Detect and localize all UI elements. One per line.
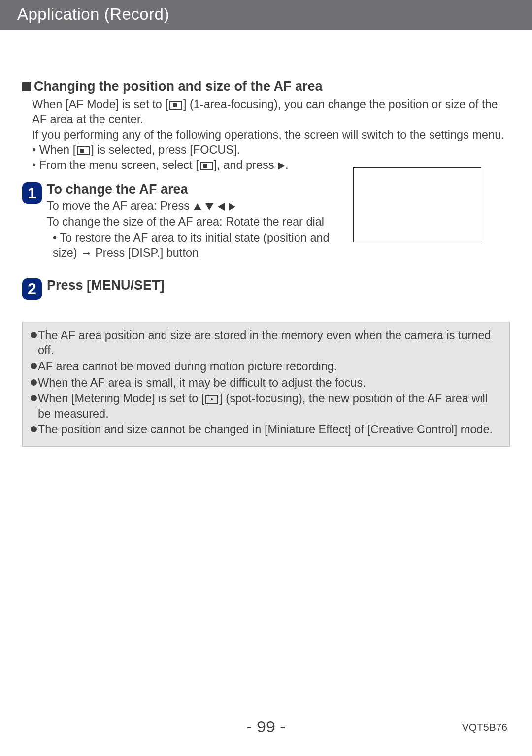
right-arrow-icon: [278, 162, 285, 170]
intro-bullet-1: When [] is selected, press [FOCUS].: [32, 142, 510, 158]
note-4-text: When [Metering Mode] is set to [] (spot-…: [38, 391, 501, 421]
step-2-heading: Press [MENU/SET]: [47, 277, 510, 293]
note-1: The AF area position and size are stored…: [31, 328, 501, 358]
header-title: Application (Record): [17, 5, 169, 23]
bullet-icon: [31, 332, 37, 338]
intro-paragraph-1: When [AF Mode] is set to [] (1-area-focu…: [32, 97, 510, 127]
step-1-line-2: To change the size of the AF area: Rotat…: [47, 214, 347, 230]
note-3: When the AF area is small, it may be dif…: [31, 375, 501, 391]
intro-paragraph-2: If you performing any of the following o…: [32, 128, 510, 142]
section-heading: Changing the position and size of the AF…: [22, 79, 510, 94]
step-1-body: To change the AF area To move the AF are…: [47, 181, 347, 261]
intro-b2c: .: [285, 159, 289, 171]
intro-1a: When [AF Mode] is set to [: [32, 98, 168, 111]
one-area-focus-icon: [77, 146, 90, 155]
note-3-text: When the AF area is small, it may be dif…: [38, 375, 366, 391]
section-heading-text: Changing the position and size of the AF…: [34, 79, 323, 94]
bullet-icon: [31, 379, 37, 386]
spot-focus-icon: [205, 395, 218, 404]
up-arrow-icon: [194, 203, 201, 210]
bullet-icon: [31, 363, 37, 369]
note-2-text: AF area cannot be moved during motion pi…: [38, 359, 337, 374]
one-area-focus-icon: [169, 101, 182, 110]
step-1-line-1: To move the AF area: Press: [47, 198, 347, 214]
step-badge-2: 2: [22, 278, 42, 300]
note-5-text: The position and size cannot be changed …: [38, 422, 493, 437]
intro-b2b: ], and press: [214, 159, 277, 171]
step-badge-1: 1: [22, 182, 42, 204]
right-arrow-icon: [229, 203, 235, 211]
step-2-body: Press [MENU/SET]: [47, 277, 510, 293]
document-id: VQT5B76: [462, 722, 507, 733]
bullet-icon: [31, 426, 37, 432]
step-2: 2 Press [MENU/SET]: [22, 277, 510, 300]
intro-b2a: From the menu screen, select [: [39, 159, 199, 171]
note-2: AF area cannot be moved during motion pi…: [31, 359, 501, 374]
page-number: - 99 -: [0, 717, 532, 736]
step-1-line1-text: To move the AF area: Press: [47, 199, 193, 212]
notes-box: The AF area position and size are stored…: [22, 322, 510, 447]
intro-b1a: When [: [39, 143, 76, 156]
note-5: The position and size cannot be changed …: [31, 422, 501, 437]
note-4a: When [Metering Mode] is set to [: [38, 392, 204, 405]
content-area: Changing the position and size of the AF…: [0, 30, 532, 300]
page: Application (Record) Changing the positi…: [0, 0, 532, 756]
note-1-text: The AF area position and size are stored…: [38, 328, 501, 358]
note-4: When [Metering Mode] is set to [] (spot-…: [31, 391, 501, 421]
step-1-subbullet: To restore the AF area to its initial st…: [53, 230, 347, 261]
lcd-screen-diagram: [353, 167, 481, 242]
one-area-focus-icon: [200, 162, 213, 170]
header-band: Application (Record): [0, 0, 532, 30]
left-arrow-icon: [218, 203, 225, 211]
down-arrow-icon: [205, 203, 213, 210]
step-1-heading: To change the AF area: [47, 181, 347, 197]
intro-b1b: ] is selected, press [FOCUS].: [91, 143, 240, 156]
bullet-icon: [31, 395, 37, 401]
square-bullet-icon: [22, 82, 31, 91]
